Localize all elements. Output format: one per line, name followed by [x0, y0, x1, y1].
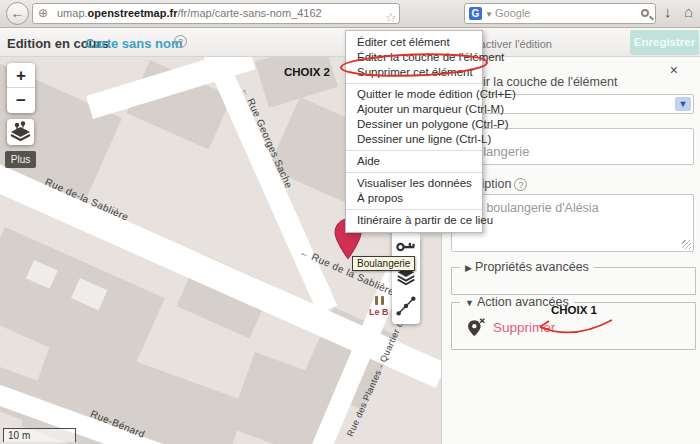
menu-separator	[346, 83, 482, 84]
menu-item-view-data[interactable]: Visualiser les données	[346, 176, 482, 191]
map-building	[255, 57, 338, 108]
umap-editor-screen: ← ⊕ umap.openstreetmap.fr/fr/map/carte-s…	[0, 0, 700, 444]
marker-tooltip: Boulangerie	[352, 256, 415, 271]
layers-icon	[7, 119, 34, 145]
search-engine-icon[interactable]: G	[469, 7, 482, 20]
caret-right-icon: ▶	[465, 263, 472, 273]
url-bar[interactable]: ⊕ umap.openstreetmap.fr/fr/map/carte-san…	[32, 3, 400, 24]
save-button[interactable]: Enregistrer	[630, 30, 699, 55]
key-icon[interactable]	[395, 236, 417, 258]
help-icon[interactable]: ?	[174, 35, 187, 48]
menu-item-directions-from-here[interactable]: Itinéraire à partir de ce lieu	[346, 213, 482, 228]
url-path: /fr/map/carte-sans-nom_4162	[177, 7, 321, 19]
annotation-choix-1: CHOIX 1	[551, 304, 597, 316]
menu-item-about[interactable]: À propos	[346, 191, 482, 206]
url-prefix: umap.	[57, 7, 88, 19]
map-edit-toolbar	[392, 228, 420, 324]
search-box[interactable]: G ▼ Google	[464, 3, 656, 24]
resize-grip[interactable]	[682, 240, 691, 249]
menu-item-quit-edit-mode[interactable]: Quitter le mode édition (Ctrl+E)	[346, 87, 482, 102]
menu-item-edit-layer[interactable]: Éditer la couche de l'élément	[346, 50, 482, 65]
zoom-control: + −	[7, 63, 35, 113]
caret-down-icon: ▼	[465, 298, 474, 308]
back-button[interactable]: ←	[6, 2, 29, 25]
menu-separator	[346, 172, 482, 173]
scale-control: 10 m	[3, 428, 76, 442]
layers-button[interactable]	[7, 119, 34, 145]
search-icon[interactable]	[641, 9, 649, 17]
zoom-out-button[interactable]: −	[7, 88, 35, 113]
restaurant-icon	[375, 296, 378, 305]
downloads-icon[interactable]: ↓	[664, 3, 672, 20]
menu-separator	[346, 150, 482, 151]
more-controls-button[interactable]: Plus	[5, 151, 36, 168]
annotation-choix-2: CHOIX 2	[284, 66, 330, 78]
advanced-properties-section: ▶Propriétés avancées	[451, 267, 696, 295]
menu-item-add-marker[interactable]: Ajouter un marqueur (Ctrl-M)	[346, 102, 482, 117]
help-icon[interactable]: ?	[514, 178, 527, 191]
zoom-in-button[interactable]: +	[7, 63, 35, 88]
close-icon[interactable]: ×	[670, 62, 678, 78]
search-engine-caret-icon[interactable]: ▼	[485, 10, 493, 19]
poi-label: Le B	[369, 307, 389, 317]
map-name-link[interactable]: Carte sans nom	[85, 36, 183, 51]
bookmark-star-icon[interactable]: ☆	[385, 8, 397, 24]
menu-item-draw-polygon[interactable]: Dessiner un polygone (Ctrl-P)	[346, 117, 482, 132]
menu-item-delete-feature[interactable]: Supprimer cet élément	[346, 65, 482, 80]
advanced-properties-toggle[interactable]: ▶Propriétés avancées	[460, 260, 594, 274]
home-icon[interactable]: ⌂	[684, 3, 693, 20]
draw-polyline-icon[interactable]	[395, 295, 417, 317]
menu-item-help[interactable]: Aide	[346, 154, 482, 169]
search-placeholder: Google	[495, 7, 530, 19]
menu-item-edit-feature[interactable]: Éditer cet élément	[346, 35, 482, 50]
context-menu: Éditer cet élément Éditer la couche de l…	[345, 30, 483, 233]
browser-chrome: ← ⊕ umap.openstreetmap.fr/fr/map/carte-s…	[0, 0, 700, 28]
delete-feature-link[interactable]: Supprimer	[493, 320, 555, 335]
site-favicon-icon: ⊕	[38, 7, 48, 20]
chevron-down-icon[interactable]: ▼	[675, 97, 691, 111]
url-domain: openstreetmap.fr	[88, 7, 178, 19]
restaurant-icon	[381, 296, 384, 305]
delete-marker-icon	[466, 317, 486, 337]
menu-item-draw-line[interactable]: Dessiner une ligne (Ctrl-L)	[346, 132, 482, 147]
menu-separator	[346, 209, 482, 210]
